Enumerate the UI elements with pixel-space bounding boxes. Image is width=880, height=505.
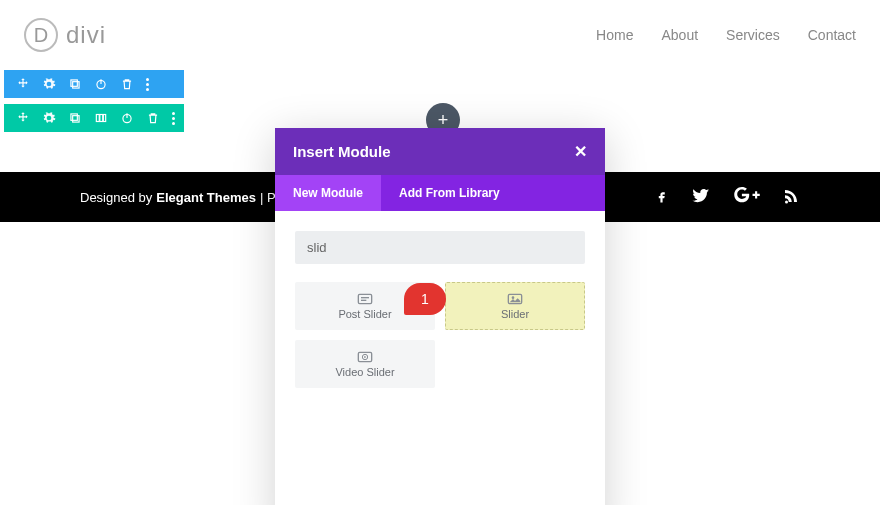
facebook-icon[interactable] <box>655 186 668 209</box>
logo[interactable]: D divi <box>24 18 106 52</box>
module-label: Slider <box>501 308 529 320</box>
svg-rect-8 <box>103 115 105 122</box>
close-icon[interactable]: ✕ <box>574 142 587 161</box>
svg-rect-1 <box>71 80 77 86</box>
power-icon[interactable] <box>117 108 137 128</box>
nav-link-about[interactable]: About <box>661 27 698 43</box>
delete-icon[interactable] <box>143 108 163 128</box>
svg-rect-0 <box>73 82 79 88</box>
primary-nav: Home About Services Contact <box>596 27 856 43</box>
tab-new-module[interactable]: New Module <box>275 175 381 211</box>
nav-link-services[interactable]: Services <box>726 27 780 43</box>
modal-tabs: New Module Add From Library <box>275 175 605 211</box>
nav-link-home[interactable]: Home <box>596 27 633 43</box>
module-slider[interactable]: Slider <box>445 282 585 330</box>
builder-toolbars <box>4 70 184 138</box>
footer-prefix: Designed by <box>80 190 152 205</box>
power-icon[interactable] <box>91 74 111 94</box>
svg-rect-12 <box>361 297 369 298</box>
duplicate-icon[interactable] <box>65 108 85 128</box>
svg-rect-4 <box>73 116 79 122</box>
modal-title: Insert Module <box>293 143 391 160</box>
google-plus-icon[interactable] <box>734 187 760 207</box>
module-label: Video Slider <box>335 366 394 378</box>
module-video-slider[interactable]: Video Slider <box>295 340 435 388</box>
move-icon[interactable] <box>13 108 33 128</box>
svg-rect-5 <box>71 114 77 120</box>
rss-icon[interactable] <box>782 187 800 208</box>
module-label: Post Slider <box>338 308 391 320</box>
svg-rect-11 <box>358 294 371 303</box>
footer-brand: Elegant Themes <box>156 190 256 205</box>
section-toolbar <box>4 70 184 98</box>
logo-text: divi <box>66 21 106 49</box>
delete-icon[interactable] <box>117 74 137 94</box>
svg-point-15 <box>512 296 515 299</box>
logo-mark-icon: D <box>24 18 58 52</box>
settings-icon[interactable] <box>39 74 59 94</box>
svg-rect-7 <box>100 115 103 122</box>
columns-icon[interactable] <box>91 108 111 128</box>
modal-body: Post Slider Slider Video Slider <box>275 211 605 505</box>
more-icon[interactable] <box>142 78 152 91</box>
nav-link-contact[interactable]: Contact <box>808 27 856 43</box>
footer-credit: Designed by Elegant Themes | Pow <box>80 190 292 205</box>
module-post-slider[interactable]: Post Slider <box>295 282 435 330</box>
modal-header: Insert Module ✕ <box>275 128 605 175</box>
svg-rect-13 <box>361 299 366 300</box>
move-icon[interactable] <box>13 74 33 94</box>
settings-icon[interactable] <box>39 108 59 128</box>
site-header: D divi Home About Services Contact <box>0 0 880 70</box>
tab-add-from-library[interactable]: Add From Library <box>381 175 518 211</box>
row-toolbar <box>4 104 184 132</box>
duplicate-icon[interactable] <box>65 74 85 94</box>
insert-module-modal: Insert Module ✕ New Module Add From Libr… <box>275 128 605 505</box>
social-links <box>655 186 800 209</box>
twitter-icon[interactable] <box>690 187 712 208</box>
svg-rect-6 <box>96 115 99 122</box>
module-search-input[interactable] <box>295 231 585 264</box>
more-icon[interactable] <box>168 112 178 125</box>
module-list: Post Slider Slider Video Slider <box>295 282 585 388</box>
